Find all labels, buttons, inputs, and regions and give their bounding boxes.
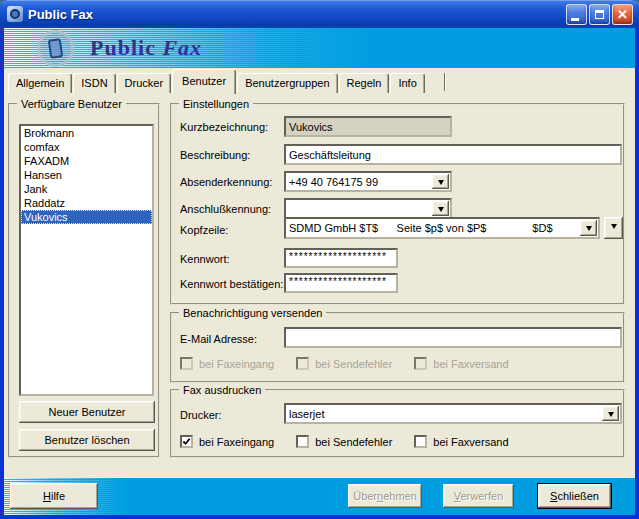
list-item-user[interactable]: comfax: [21, 140, 152, 154]
list-item-user[interactable]: Raddatz: [21, 196, 152, 210]
kennwort-bestaetigen-label: Kennwort bestätigen:: [180, 278, 283, 290]
tab-info[interactable]: Info: [390, 73, 424, 93]
check-icon: [182, 437, 191, 446]
notify-faxeingang-checkbox[interactable]: [180, 357, 193, 370]
kopfzeile-dropdown-button[interactable]: [580, 220, 597, 236]
close-button[interactable]: ✕: [612, 4, 633, 25]
minimize-icon: [571, 18, 579, 21]
list-item-user-selected[interactable]: Vukovics: [21, 210, 152, 224]
drucker-label: Drucker:: [180, 409, 222, 421]
list-item-user[interactable]: FAXADM: [21, 154, 152, 168]
chevron-down-icon: [438, 180, 444, 188]
notify-sendefehler-checkbox[interactable]: [296, 357, 309, 370]
list-item-user[interactable]: Jank: [21, 182, 152, 196]
tab-strip: Allgemein ISDN Drucker Benutzer Benutzer…: [4, 68, 635, 93]
anschlusskennung-dropdown-button[interactable]: [432, 201, 449, 216]
beschreibung-field[interactable]: Geschäftsleitung: [284, 144, 622, 165]
print-faxeingang-label: bei Faxeingang: [199, 436, 274, 448]
group-fax-print-title: Fax ausdrucken: [179, 384, 265, 396]
notify-faxversand-label: bei Faxversand: [433, 358, 508, 370]
anschlusskennung-combobox[interactable]: [284, 198, 452, 219]
beschreibung-label: Beschreibung:: [180, 149, 250, 161]
anschlusskennung-label: Anschlußkennung:: [180, 203, 271, 215]
group-settings-title: Einstellungen: [179, 98, 253, 110]
footer-bar: Hilfe Übernehmen Verwerfen Schließen: [4, 478, 635, 515]
app-banner: Public Fax: [4, 28, 635, 68]
tab-drucker[interactable]: Drucker: [117, 73, 172, 93]
tab-benutzergruppen[interactable]: Benutzergruppen: [237, 73, 337, 93]
app-icon-ring: [10, 9, 20, 19]
email-field[interactable]: [284, 327, 622, 348]
print-faxeingang-checkbox[interactable]: [180, 435, 193, 448]
kennwort-label: Kennwort:: [180, 253, 230, 265]
drucker-dropdown-button[interactable]: [602, 406, 619, 421]
new-user-button[interactable]: Neuer Benutzer: [19, 401, 155, 423]
group-settings: Einstellungen Kurzbezeichnung: Vukovics …: [170, 103, 625, 305]
absenderkennung-label: Absenderkennung:: [180, 176, 272, 188]
delete-user-button[interactable]: Benutzer löschen: [19, 429, 155, 451]
kopfzeile-label: Kopfzeile:: [180, 224, 228, 236]
kennwort-bestaetigen-field[interactable]: ********************: [284, 273, 398, 293]
absenderkennung-dropdown-button[interactable]: [432, 174, 449, 189]
tab-strip-divider: [444, 73, 446, 91]
tab-benutzer[interactable]: Benutzer: [172, 69, 236, 94]
kurzbezeichnung-label: Kurzbezeichnung:: [180, 121, 268, 133]
print-faxversand-label: bei Faxversand: [433, 436, 508, 448]
kopfzeile-combobox[interactable]: SDMD GmbH $T$ Seite $p$ von $P$ $D$: [284, 217, 600, 239]
maximize-icon: [595, 10, 604, 19]
print-sendefehler-checkbox[interactable]: [296, 435, 309, 448]
notify-sendefehler-label: bei Sendefehler: [315, 358, 392, 370]
apply-button[interactable]: Übernehmen: [348, 484, 422, 508]
user-list[interactable]: Brokmann comfax FAXADM Hansen Jank Radda…: [19, 124, 154, 396]
public-fax-window: Public Fax ✕ Public Fax Allgemein ISDN D…: [0, 0, 639, 519]
chevron-down-icon: [608, 412, 614, 420]
notify-faxversand-checkbox[interactable]: [414, 357, 427, 370]
print-faxversand-checkbox[interactable]: [414, 435, 427, 448]
group-available-users-title: Verfügbare Benutzer: [17, 98, 126, 110]
tab-regeln[interactable]: Regeln: [339, 73, 390, 93]
window-title: Public Fax: [28, 7, 93, 22]
group-notification-title: Benachrichtigung versenden: [179, 307, 326, 319]
email-label: E-Mail Adresse:: [180, 333, 257, 345]
help-button[interactable]: Hilfe: [10, 483, 98, 509]
kurzbezeichnung-field[interactable]: Vukovics: [284, 116, 452, 137]
tab-allgemein[interactable]: Allgemein: [8, 73, 72, 93]
maximize-button[interactable]: [589, 4, 610, 25]
list-item-user[interactable]: Brokmann: [21, 126, 152, 140]
minimize-button[interactable]: [566, 4, 587, 25]
chevron-down-icon: [611, 224, 617, 232]
app-icon[interactable]: [7, 6, 23, 22]
absenderkennung-combobox[interactable]: +49 40 764175 99: [284, 171, 452, 192]
close-icon: ✕: [617, 8, 628, 21]
fax-handset-icon: [48, 38, 64, 59]
kopfzeile-placeholder-button[interactable]: [604, 217, 623, 239]
publicfax-logo-icon: [37, 30, 74, 67]
chevron-down-icon: [586, 226, 592, 234]
kennwort-field[interactable]: ********************: [284, 248, 398, 268]
titlebar[interactable]: Public Fax ✕: [0, 0, 639, 28]
drucker-combobox[interactable]: laserjet: [284, 403, 622, 424]
discard-button[interactable]: Verwerfen: [443, 484, 514, 508]
list-item-user[interactable]: Hansen: [21, 168, 152, 182]
banner-title: Public Fax: [90, 35, 202, 61]
group-fax-print: Fax ausdrucken Drucker: laserjet bei Fax…: [170, 389, 625, 458]
print-sendefehler-label: bei Sendefehler: [315, 436, 392, 448]
tab-isdn[interactable]: ISDN: [73, 73, 115, 93]
group-notification: Benachrichtigung versenden E-Mail Adress…: [170, 312, 625, 383]
close-dialog-button[interactable]: Schließen: [538, 484, 611, 508]
notify-faxeingang-label: bei Faxeingang: [199, 358, 274, 370]
chevron-down-icon: [438, 207, 444, 215]
dialog-client-area: Public Fax Allgemein ISDN Drucker Benutz…: [4, 28, 635, 515]
group-available-users: Verfügbare Benutzer Brokmann comfax FAXA…: [8, 103, 160, 458]
